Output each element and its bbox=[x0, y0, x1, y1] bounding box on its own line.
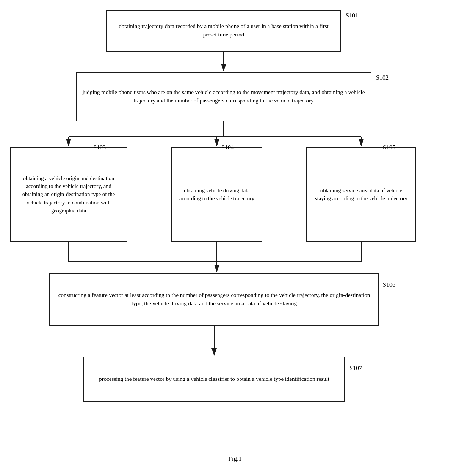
box-s105-text: obtaining service area data of vehicle s… bbox=[312, 187, 410, 203]
step-s104: S104 bbox=[221, 144, 234, 151]
box-s105: obtaining service area data of vehicle s… bbox=[306, 147, 416, 242]
box-s102-text: judging mobile phone users who are on th… bbox=[82, 88, 365, 105]
step-s102: S102 bbox=[376, 74, 389, 81]
step-s106: S106 bbox=[383, 281, 395, 288]
box-s107: processing the feature vector by using a… bbox=[83, 357, 345, 402]
step-s107: S107 bbox=[349, 365, 362, 372]
box-s106-text: constructing a feature vector at least a… bbox=[55, 291, 373, 308]
step-s101: S101 bbox=[346, 12, 358, 19]
box-s103: obtaining a vehicle origin and destinati… bbox=[10, 147, 127, 242]
step-s103: S103 bbox=[93, 144, 106, 151]
figure-label: Fig.1 bbox=[212, 455, 258, 463]
diagram-container: obtaining trajectory data recorded by a … bbox=[0, 0, 470, 476]
step-s105: S105 bbox=[383, 144, 395, 151]
box-s104: obtaining vehicle driving data according… bbox=[171, 147, 262, 242]
box-s102: judging mobile phone users who are on th… bbox=[76, 72, 371, 121]
box-s106: constructing a feature vector at least a… bbox=[49, 273, 379, 326]
box-s107-text: processing the feature vector by using a… bbox=[99, 375, 329, 383]
box-s104-text: obtaining vehicle driving data according… bbox=[177, 187, 256, 203]
box-s101-text: obtaining trajectory data recorded by a … bbox=[112, 22, 335, 39]
box-s103-text: obtaining a vehicle origin and destinati… bbox=[16, 174, 121, 214]
box-s101: obtaining trajectory data recorded by a … bbox=[106, 10, 341, 52]
